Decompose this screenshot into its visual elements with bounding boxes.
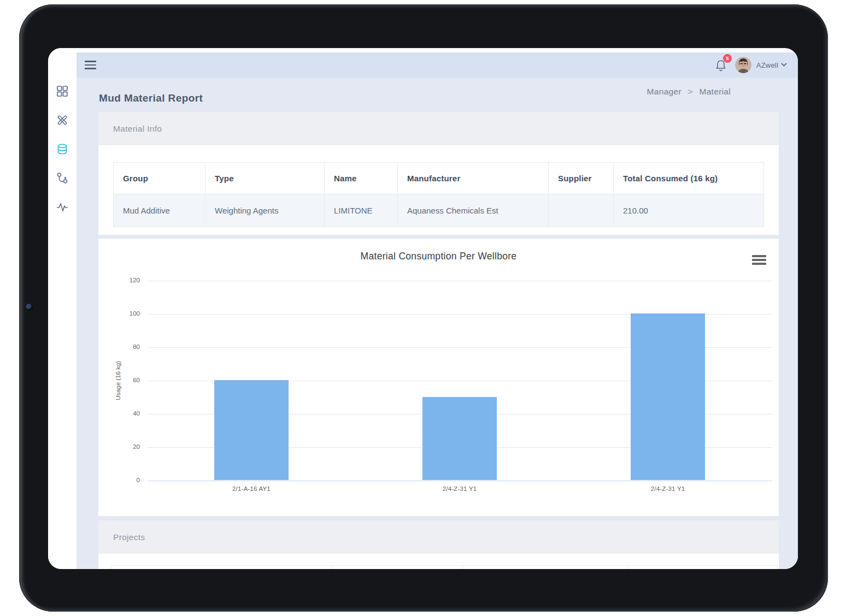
column-header-manufacturer: Manufacturer: [398, 163, 549, 194]
y-tick-label: 40: [133, 410, 140, 417]
bar-wellbore-3[interactable]: [631, 313, 705, 480]
breadcrumb: Manager > Material: [647, 87, 731, 97]
cell-supplier: [549, 194, 614, 227]
breadcrumb-separator: >: [688, 87, 693, 96]
y-tick-label: 0: [137, 477, 140, 483]
workflow-icon: [56, 172, 68, 184]
material-info-table: Group Type Name Manufacturer Supplier To…: [113, 162, 764, 227]
bar-wellbore-2[interactable]: [422, 397, 497, 481]
chart-plot-area: Usage (16 kg) 120 100 80 60 40 20: [148, 281, 772, 481]
breadcrumb-parent[interactable]: Manager: [647, 87, 682, 96]
tablet-frame: 5 AZwell: [19, 4, 828, 612]
dashboard-icon: [56, 85, 68, 97]
main-content: Mud Material Report Manager > Material M…: [77, 78, 798, 569]
app-screen: 5 AZwell: [48, 48, 798, 569]
sidebar-item-materials-database[interactable]: [56, 143, 68, 155]
projects-section-title: Projects: [113, 532, 145, 542]
table-header-row: Group Type Name Manufacturer Supplier To…: [114, 163, 764, 194]
y-tick-label: 20: [133, 443, 140, 450]
projects-column-1: [111, 566, 333, 570]
screenshot-canvas: 5 AZwell: [0, 0, 846, 616]
projects-card: Projects: [98, 520, 779, 569]
column-header-supplier: Supplier: [549, 163, 614, 194]
database-icon: [56, 143, 68, 155]
projects-section-header: Projects: [98, 520, 779, 554]
projects-column-4: [628, 566, 778, 570]
sidebar-item-workflow[interactable]: [56, 172, 68, 184]
table-header-row: [111, 566, 778, 570]
material-info-card: Material Info Group Type Name: [98, 112, 779, 235]
chart-context-menu-icon[interactable]: [752, 255, 766, 265]
breadcrumb-current: Material: [699, 87, 731, 96]
material-info-section-title: Material Info: [113, 124, 162, 134]
cell-manufacturer: Aquaness Chemicals Est: [398, 194, 549, 227]
chevron-down-icon[interactable]: [781, 63, 787, 67]
cell-name: LIMITONE: [325, 194, 398, 227]
y-tick-label: 120: [130, 277, 140, 283]
notification-badge: 5: [723, 54, 732, 63]
projects-column-3: [463, 566, 628, 570]
y-tick-label: 100: [130, 310, 140, 317]
sidebar-item-activity[interactable]: [56, 201, 68, 213]
projects-table: [111, 565, 778, 569]
x-tick-label: 2/4-Z-31 Y1: [608, 485, 728, 492]
sidebar: [48, 48, 77, 569]
topbar-right-cluster: 5 AZwell: [714, 57, 798, 73]
material-info-section-header: Material Info: [98, 112, 779, 145]
y-tick-label: 60: [133, 377, 140, 383]
column-header-group: Group: [114, 163, 205, 194]
sidebar-toggle-hamburger-icon[interactable]: [85, 61, 96, 69]
notifications-button[interactable]: 5: [714, 58, 727, 72]
cell-total-consumed: 210.00: [614, 194, 764, 227]
column-header-total-consumed: Total Consumed (16 kg): [614, 163, 764, 194]
y-axis-title: Usage (16 kg): [115, 361, 121, 400]
column-header-type: Type: [205, 163, 325, 194]
topbar: 5 AZwell: [77, 52, 798, 78]
x-tick-label: 2/4-Z-31 Y1: [400, 485, 520, 492]
table-row[interactable]: Mud Additive Weighting Agents LIMITONE A…: [114, 194, 764, 227]
y-tick-label: 80: [133, 343, 140, 350]
chart-card: Material Consumption Per Wellbore Usage …: [98, 239, 779, 516]
projects-column-2: [332, 566, 463, 570]
activity-icon: [56, 201, 68, 213]
cell-type: Weighting Agents: [205, 194, 325, 227]
tablet-camera-icon: [26, 304, 33, 311]
sidebar-item-dashboard[interactable]: [56, 85, 68, 97]
sidebar-item-design-tools[interactable]: [56, 114, 68, 126]
x-tick-label: 2/1-A-16 AY1: [191, 485, 312, 492]
cell-group: Mud Additive: [114, 194, 205, 227]
chart-title: Material Consumption Per Wellbore: [98, 251, 779, 262]
user-avatar[interactable]: [735, 57, 751, 73]
x-axis-line: 0: [148, 481, 772, 481]
user-name[interactable]: AZwell: [756, 61, 778, 69]
design-tools-icon: [56, 114, 68, 126]
column-header-name: Name: [325, 163, 398, 194]
gridline: 120: [148, 281, 772, 281]
page-title: Mud Material Report: [99, 92, 203, 104]
bar-wellbore-1[interactable]: [214, 380, 289, 480]
